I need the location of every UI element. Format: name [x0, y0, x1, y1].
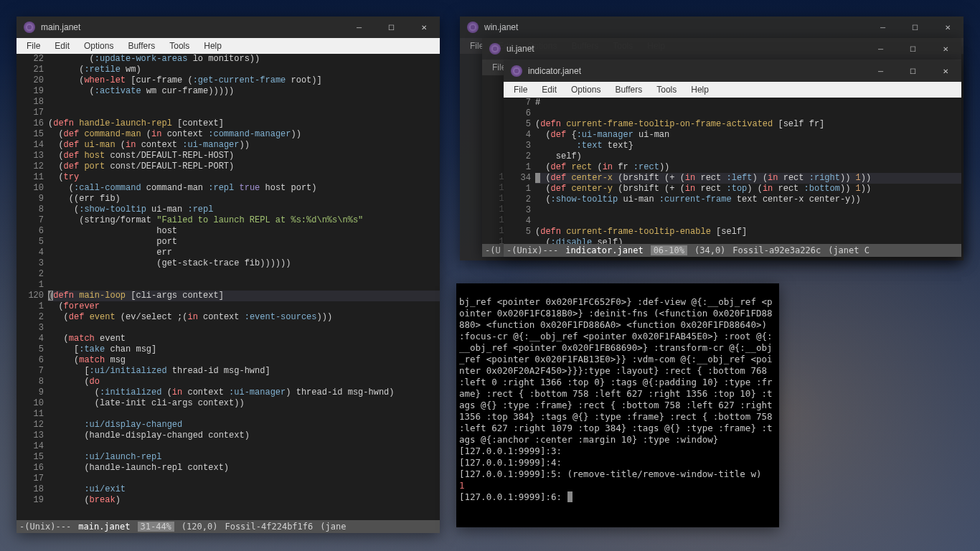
status-pos: (120,0): [182, 522, 218, 532]
minimize-button[interactable]: ─: [867, 17, 899, 38]
maximize-button[interactable]: ☐: [897, 60, 929, 82]
minimize-button[interactable]: ─: [343, 17, 375, 38]
status-vcs: Fossil-4f224bf1f6: [225, 522, 313, 532]
menu-tools[interactable]: Tools: [649, 85, 684, 95]
menu-options[interactable]: Options: [564, 85, 608, 95]
menubar: File Edit Options Buffers Tools Help: [17, 38, 440, 54]
code-content[interactable]: # (defn current-frame-tooltip-on-frame-a…: [535, 98, 961, 244]
minimize-button[interactable]: ─: [864, 60, 897, 82]
statusbar: -(Unix)--- main.janet 31-44% (120,0) Fos…: [17, 520, 440, 533]
maximize-button[interactable]: ☐: [897, 38, 929, 60]
window-title: ui.janet: [507, 44, 534, 54]
menu-help[interactable]: Help: [197, 41, 229, 51]
code-content[interactable]: (:update-work-areas lo monitors)) (:reti…: [48, 54, 440, 520]
status-lang: (jane: [320, 522, 346, 532]
status-mode: -(Unix)---: [507, 245, 558, 255]
status-file: indicator.janet: [565, 245, 643, 255]
window-title: main.janet: [41, 22, 80, 32]
status-pct: 06-10%: [651, 245, 687, 255]
emacs-icon: [511, 65, 522, 77]
line-gutter: 7 6 5 4 3 2 1 34 1 2 3 4 5: [504, 98, 535, 244]
terminal-output: bj_ref <pointer 0x020F1FC652F0>} :def-vi…: [459, 296, 778, 479]
window-title: win.janet: [484, 22, 518, 32]
menu-edit[interactable]: Edit: [534, 85, 564, 95]
emacs-icon: [467, 22, 479, 33]
code-area[interactable]: 22 21 20 19 18 17 16 15 14 13 12 11 10 9…: [17, 54, 440, 520]
titlebar[interactable]: main.janet ─ ☐ ✕: [17, 17, 440, 38]
close-button[interactable]: ✕: [929, 60, 961, 82]
menu-edit[interactable]: Edit: [47, 41, 77, 51]
status-lang: (janet C: [828, 245, 870, 255]
close-button[interactable]: ✕: [929, 38, 961, 60]
titlebar[interactable]: ui.janet ─ ☐ ✕: [482, 38, 961, 60]
terminal[interactable]: bj_ref <pointer 0x020F1FC652F0>} :def-vi…: [456, 283, 779, 527]
close-button[interactable]: ✕: [931, 17, 963, 38]
maximize-button[interactable]: ☐: [899, 17, 931, 38]
statusbar: -(Unix)--- indicator.janet 06-10% (34,0)…: [504, 244, 961, 257]
status-vcs: Fossil-a92e3a226c: [732, 245, 821, 255]
terminal-prompt: [127.0.0.1:9999]:6:: [459, 491, 567, 502]
minimize-button[interactable]: ─: [864, 38, 897, 60]
titlebar[interactable]: indicator.janet ─ ☐ ✕: [504, 60, 961, 82]
main-window: main.janet ─ ☐ ✕ File Edit Options Buffe…: [17, 17, 440, 533]
terminal-result: 1: [459, 480, 465, 491]
close-button[interactable]: ✕: [407, 17, 440, 38]
menu-file[interactable]: File: [507, 85, 534, 95]
emacs-icon: [24, 22, 35, 33]
window-title: indicator.janet: [528, 66, 581, 76]
emacs-icon: [489, 43, 501, 55]
titlebar[interactable]: win.janet ─ ☐ ✕: [460, 17, 963, 38]
status-pct: 31-44%: [138, 522, 174, 532]
line-gutter: 22 21 20 19 18 17 16 15 14 13 12 11 10 9…: [17, 54, 48, 520]
menu-help[interactable]: Help: [684, 85, 716, 95]
status-mode: -(Unix)---: [19, 522, 71, 532]
menu-buffers[interactable]: Buffers: [121, 41, 162, 51]
code-area[interactable]: 7 6 5 4 3 2 1 34 1 2 3 4 5 # (defn curre…: [504, 98, 961, 244]
menubar: File Edit Options Buffers Tools Help: [504, 82, 961, 98]
menu-tools[interactable]: Tools: [162, 41, 197, 51]
status-pos: (34,0): [694, 245, 725, 255]
maximize-button[interactable]: ☐: [375, 17, 407, 38]
menu-buffers[interactable]: Buffers: [608, 85, 649, 95]
status-file: main.janet: [78, 522, 130, 532]
menu-file[interactable]: File: [19, 41, 47, 51]
indicator-window: indicator.janet ─ ☐ ✕ File Edit Options …: [504, 60, 961, 257]
menu-options[interactable]: Options: [77, 41, 121, 51]
